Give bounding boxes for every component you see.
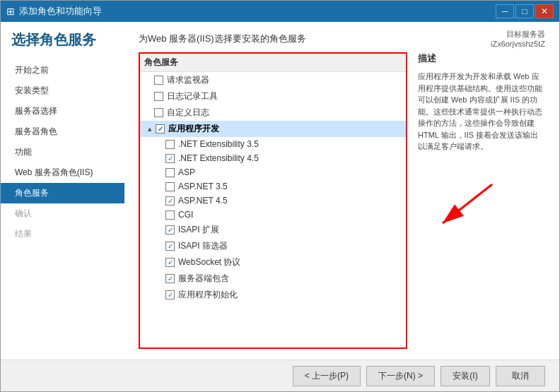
- title-bar-left: ⊞ 添加角色和功能向导: [6, 5, 102, 18]
- sidebar-item-start[interactable]: 开始之前: [1, 60, 124, 81]
- list-item-websocket[interactable]: WebSocket 协议: [140, 254, 406, 271]
- sidebar-item-results: 结果: [1, 224, 124, 244]
- checkbox-custom-log[interactable]: [154, 108, 163, 117]
- checkbox-log-tools[interactable]: [154, 92, 163, 101]
- server-info: 目标服务器 iZx6orjvsshz5tZ: [491, 29, 545, 48]
- role-services-panel: 角色服务 请求监视器 日志记录工具 自定义日志: [139, 52, 407, 349]
- checkbox-cgi[interactable]: [165, 210, 175, 220]
- main-window: ⊞ 添加角色和功能向导 ─ □ ✕ 选择角色服务 开始之前 安装类型 服务器选择…: [0, 0, 560, 392]
- sidebar-item-server-select[interactable]: 服务器选择: [1, 101, 124, 121]
- label-net35: .NET Extensibility 3.5: [178, 139, 259, 149]
- main-title: 为Web 服务器(IIS)选择要安装的角色服务: [139, 32, 545, 45]
- checkbox-request-monitor[interactable]: [154, 76, 163, 85]
- list-item-asp[interactable]: ASP: [140, 165, 406, 179]
- description-panel: 描述 应用程序开发为开发和承载 Web 应用程序提供基础结构。使用这些功能可以创…: [418, 52, 545, 349]
- list-item-isapi-ext[interactable]: ISAPI 扩展: [140, 222, 406, 238]
- list-item-custom-log[interactable]: 自定义日志: [140, 105, 406, 121]
- list-item-request-monitor[interactable]: 请求监视器: [140, 72, 406, 88]
- checkbox-app-dev[interactable]: [156, 124, 165, 133]
- back-button[interactable]: < 上一步(P): [293, 366, 361, 386]
- list-item-aspnet45[interactable]: ASP.NET 4.5: [140, 194, 406, 208]
- sidebar-nav: 开始之前 安装类型 服务器选择 服务器角色 功能 Web 服务器角色(IIS) …: [1, 60, 124, 244]
- checkbox-server-side[interactable]: [165, 274, 175, 283]
- sidebar-item-role-services[interactable]: 角色服务: [1, 183, 124, 203]
- list-item-server-side-includes[interactable]: 服务器端包含: [140, 271, 406, 287]
- list-scroll-area[interactable]: 请求监视器 日志记录工具 自定义日志 ▴: [140, 72, 406, 348]
- sidebar-item-web-server[interactable]: Web 服务器角色(IIS): [1, 162, 124, 183]
- label-custom-log: 自定义日志: [167, 107, 209, 119]
- checkbox-net45[interactable]: [165, 154, 175, 163]
- label-aspnet35: ASP.NET 3.5: [178, 182, 228, 191]
- label-request-monitor: 请求监视器: [167, 74, 209, 86]
- main-panel: 目标服务器 iZx6orjvsshz5tZ 为Web 服务器(IIS)选择要安装…: [124, 22, 559, 360]
- list-item-log-tools[interactable]: 日志记录工具: [140, 88, 406, 105]
- list-column-header: 角色服务: [140, 54, 406, 72]
- title-bar: ⊞ 添加角色和功能向导 ─ □ ✕: [1, 1, 559, 22]
- tree-expand-icon[interactable]: ▴: [144, 124, 154, 134]
- sidebar-item-features[interactable]: 功能: [1, 142, 124, 162]
- checkbox-websocket[interactable]: [165, 258, 175, 267]
- next-button[interactable]: 下一步(N) >: [366, 366, 435, 386]
- list-item-cgi[interactable]: CGI: [140, 208, 406, 222]
- checkbox-asp[interactable]: [165, 168, 175, 177]
- sidebar-heading: 选择角色服务: [1, 22, 124, 60]
- maximize-button[interactable]: □: [515, 4, 534, 18]
- checkbox-net35[interactable]: [165, 140, 175, 149]
- sidebar-item-confirm: 确认: [1, 203, 124, 224]
- label-asp: ASP: [178, 167, 195, 177]
- close-button[interactable]: ✕: [535, 4, 554, 18]
- server-label: 目标服务器: [491, 29, 545, 40]
- title-bar-buttons: ─ □ ✕: [496, 4, 554, 18]
- sidebar-item-server-roles[interactable]: 服务器角色: [1, 121, 124, 142]
- footer: < 上一步(P) 下一步(N) > 安装(I) 取消: [1, 360, 559, 391]
- list-item-isapi-filter[interactable]: ISAPI 筛选器: [140, 238, 406, 254]
- sidebar-item-install-type[interactable]: 安装类型: [1, 81, 124, 101]
- list-item-net35[interactable]: .NET Extensibility 3.5: [140, 137, 406, 151]
- list-item-app-init[interactable]: 应用程序初始化: [140, 287, 406, 303]
- list-item-aspnet35[interactable]: ASP.NET 3.5: [140, 179, 406, 194]
- label-websocket: WebSocket 协议: [178, 256, 240, 268]
- cancel-button[interactable]: 取消: [496, 366, 545, 386]
- list-item-app-dev[interactable]: ▴ 应用程序开发: [140, 121, 406, 137]
- sidebar: 选择角色服务 开始之前 安装类型 服务器选择 服务器角色 功能 Web 服务器角…: [1, 22, 124, 360]
- main-body: 角色服务 请求监视器 日志记录工具 自定义日志: [139, 52, 545, 349]
- label-app-dev: 应用程序开发: [168, 123, 219, 135]
- minimize-button[interactable]: ─: [496, 4, 514, 18]
- label-aspnet45: ASP.NET 4.5: [178, 196, 228, 206]
- window-icon: ⊞: [6, 6, 15, 17]
- checkbox-aspnet35[interactable]: [165, 182, 175, 191]
- description-text: 应用程序开发为开发和承载 Web 应用程序提供基础结构。使用这些功能可以创建 W…: [418, 71, 545, 153]
- checkbox-aspnet45[interactable]: [165, 196, 175, 206]
- checkbox-isapi-ext[interactable]: [165, 225, 175, 234]
- checkbox-isapi-filter[interactable]: [165, 242, 175, 251]
- description-title: 描述: [418, 52, 545, 65]
- label-log-tools: 日志记录工具: [167, 90, 218, 102]
- content-area: 选择角色服务 开始之前 安装类型 服务器选择 服务器角色 功能 Web 服务器角…: [1, 22, 559, 360]
- server-name: iZx6orjvsshz5tZ: [491, 40, 545, 48]
- label-isapi-filter: ISAPI 筛选器: [178, 240, 228, 252]
- list-item-net45[interactable]: .NET Extensibility 4.5: [140, 151, 406, 165]
- window-title: 添加角色和功能向导: [19, 5, 102, 18]
- install-button[interactable]: 安装(I): [441, 366, 490, 386]
- label-net45: .NET Extensibility 4.5: [178, 153, 259, 163]
- label-isapi-ext: ISAPI 扩展: [178, 224, 219, 236]
- label-server-side: 服务器端包含: [178, 273, 229, 285]
- checkbox-app-init[interactable]: [165, 290, 175, 299]
- label-app-init: 应用程序初始化: [178, 289, 238, 301]
- label-cgi: CGI: [178, 210, 193, 220]
